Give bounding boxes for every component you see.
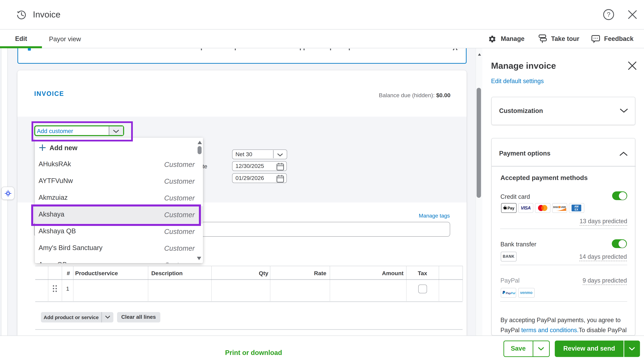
svg-text:?: ?	[607, 11, 610, 18]
svg-text:AM: AM	[574, 205, 578, 208]
svg-text:PayPal: PayPal	[506, 292, 516, 295]
svg-text:Pay: Pay	[508, 206, 514, 210]
svg-text:DISC: DISC	[553, 206, 559, 209]
svg-text:EX: EX	[575, 208, 578, 211]
svg-text:VER: VER	[561, 206, 566, 209]
